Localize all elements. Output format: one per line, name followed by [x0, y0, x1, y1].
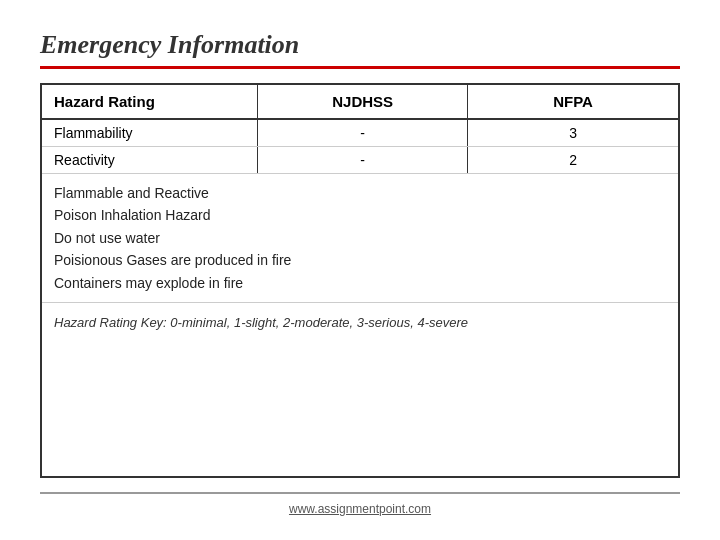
note-line-4: Poisionous Gases are produced in fire [54, 249, 666, 271]
note-line-1: Flammable and Reactive [54, 182, 666, 204]
header-njdhss: NJDHSS [258, 85, 468, 118]
table-header-row: Hazard Rating NJDHSS NFPA [42, 85, 678, 120]
table-row: Flammability - 3 [42, 120, 678, 147]
row1-nfpa: 3 [468, 120, 678, 146]
row2-njdhss: - [258, 147, 468, 173]
emergency-info-table: Hazard Rating NJDHSS NFPA Flammability -… [40, 83, 680, 478]
header-nfpa: NFPA [468, 85, 678, 118]
note-line-5: Containers may explode in fire [54, 272, 666, 294]
hazard-rating-key: Hazard Rating Key: 0-minimal, 1-slight, … [54, 313, 666, 333]
table-key-row: Hazard Rating Key: 0-minimal, 1-slight, … [42, 303, 678, 343]
page: Emergency Information Hazard Rating NJDH… [0, 0, 720, 540]
table-notes-row: Flammable and Reactive Poison Inhalation… [42, 174, 678, 303]
header-hazard-rating: Hazard Rating [42, 85, 258, 118]
row1-njdhss: - [258, 120, 468, 146]
note-line-2: Poison Inhalation Hazard [54, 204, 666, 226]
footer: www.assignmentpoint.com [40, 502, 680, 520]
page-title: Emergency Information [40, 30, 680, 60]
title-underline [40, 66, 680, 69]
bottom-divider [40, 492, 680, 494]
row1-label: Flammability [42, 120, 258, 146]
table-row: Reactivity - 2 [42, 147, 678, 174]
row2-label: Reactivity [42, 147, 258, 173]
footer-link[interactable]: www.assignmentpoint.com [289, 502, 431, 516]
row2-nfpa: 2 [468, 147, 678, 173]
note-line-3: Do not use water [54, 227, 666, 249]
